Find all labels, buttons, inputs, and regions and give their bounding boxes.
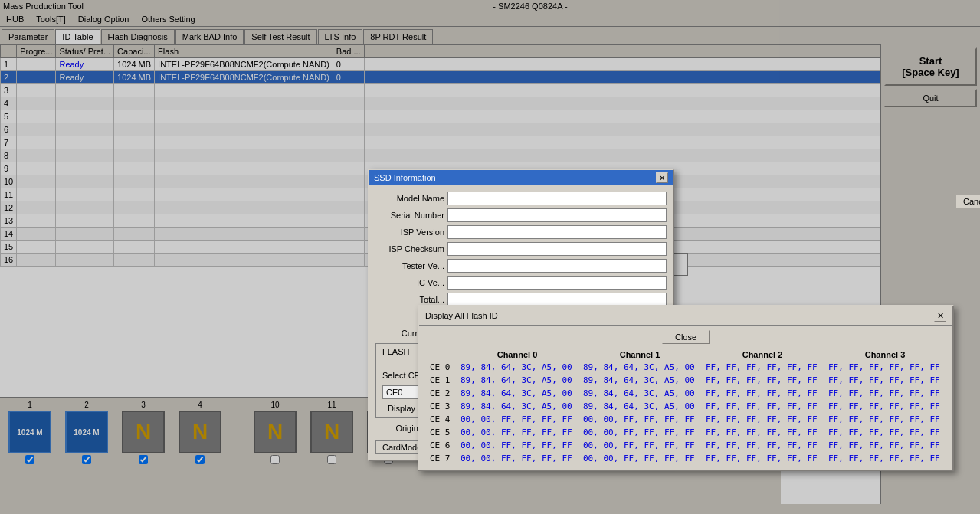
flash-all-title-text: Display All Flash ID [425, 311, 498, 320]
flash-all-ch2-ce5: FF, FF, FF, FF, FF, FF [701, 426, 824, 439]
flash-all-ch1-ce7: 00, 00, FF, FF, FF, FF [578, 452, 701, 465]
flash-all-row: CE 2 89, 84, 64, 3C, A5, 00 89, 84, 64, … [425, 387, 946, 400]
display-all-flash-dialog: Display All Flash ID ✕ Close Channel 0 C… [418, 305, 954, 471]
isp-version-label: ISP Version [375, 228, 444, 237]
flash-all-ch0-ce7: 00, 00, FF, FF, FF, FF [456, 452, 578, 465]
flash-all-ch1-ce3: 89, 84, 64, 3C, A5, 00 [578, 400, 701, 413]
flash-all-row: CE 4 00, 00, FF, FF, FF, FF 00, 00, FF, … [425, 413, 946, 426]
flash-all-ch2-ce1: FF, FF, FF, FF, FF, FF [701, 374, 824, 387]
ssd-dialog-title-bar: SSD Information ✕ [369, 170, 673, 185]
ic-ver-input[interactable] [447, 276, 667, 290]
flash-all-ch0-ce4: 00, 00, FF, FF, FF, FF [456, 413, 578, 426]
ssd-dialog-title-text: SSD Information [374, 173, 436, 182]
flash-all-ch2-ce2: FF, FF, FF, FF, FF, FF [701, 387, 824, 400]
flash-all-ch0-ce6: 00, 00, FF, FF, FF, FF [456, 439, 578, 452]
flash-all-col-ch1: Channel 1 [578, 349, 701, 361]
flash-all-ch1-ce6: 00, 00, FF, FF, FF, FF [578, 439, 701, 452]
flash-all-row: CE 7 00, 00, FF, FF, FF, FF 00, 00, FF, … [425, 452, 946, 465]
form-row-isp-checksum: ISP Checksum [375, 242, 667, 256]
total-label: Total... [375, 295, 444, 304]
flash-all-ch1-ce2: 89, 84, 64, 3C, A5, 00 [578, 387, 701, 400]
flash-all-ch2-ce7: FF, FF, FF, FF, FF, FF [701, 452, 824, 465]
close-btn-container: Close [425, 330, 946, 344]
flash-all-ce-1: CE 1 [425, 374, 456, 387]
flash-all-row: CE 3 89, 84, 64, 3C, A5, 00 89, 84, 64, … [425, 400, 946, 413]
flash-all-ch0-ce2: 89, 84, 64, 3C, A5, 00 [456, 387, 578, 400]
flash-all-ch3-ce7: FF, FF, FF, FF, FF, FF [824, 452, 946, 465]
flash-all-row: CE 6 00, 00, FF, FF, FF, FF 00, 00, FF, … [425, 439, 946, 452]
model-name-input[interactable] [447, 192, 667, 205]
flash-all-ch3-ce4: FF, FF, FF, FF, FF, FF [824, 413, 946, 426]
close-button[interactable]: Close [662, 330, 710, 344]
isp-checksum-input[interactable] [447, 242, 667, 256]
flash-all-ch3-ce0: FF, FF, FF, FF, FF, FF [824, 361, 946, 374]
serial-number-label: Serial Number [375, 211, 444, 220]
flash-all-ch3-ce1: FF, FF, FF, FF, FF, FF [824, 374, 946, 387]
flash-all-ce-2: CE 2 [425, 387, 456, 400]
tester-ver-label: Tester Ve... [375, 261, 444, 270]
form-row-serial-number: Serial Number [375, 208, 667, 222]
flash-all-ce-5: CE 5 [425, 426, 456, 439]
form-row-model-name: Model Name [375, 192, 667, 205]
flash-all-ch2-ce3: FF, FF, FF, FF, FF, FF [701, 400, 824, 413]
flash-all-col-ce [425, 349, 456, 361]
flash-all-ch1-ce1: 89, 84, 64, 3C, A5, 00 [578, 374, 701, 387]
flash-all-ch3-ce2: FF, FF, FF, FF, FF, FF [824, 387, 946, 400]
isp-version-input[interactable] [447, 225, 667, 239]
form-row-ic-ver: IC Ve... [375, 276, 667, 290]
flash-all-ce-0: CE 0 [425, 361, 456, 374]
flash-all-table: Channel 0 Channel 1 Channel 2 Channel 3 … [425, 349, 946, 465]
isp-checksum-label: ISP Checksum [375, 244, 444, 254]
flash-all-ch0-ce5: 00, 00, FF, FF, FF, FF [456, 426, 578, 439]
flash-all-ch3-ce5: FF, FF, FF, FF, FF, FF [824, 426, 946, 439]
flash-all-ce-7: CE 7 [425, 452, 456, 465]
flash-all-col-ch3: Channel 3 [824, 349, 946, 361]
flash-all-ch3-ce6: FF, FF, FF, FF, FF, FF [824, 439, 946, 452]
flash-all-close-button[interactable]: ✕ [934, 309, 946, 322]
flash-all-ch2-ce4: FF, FF, FF, FF, FF, FF [701, 413, 824, 426]
model-name-label: Model Name [375, 194, 444, 203]
flash-all-ch1-ce0: 89, 84, 64, 3C, A5, 00 [578, 361, 701, 374]
flash-all-ch1-ce5: 00, 00, FF, FF, FF, FF [578, 426, 701, 439]
form-row-tester-ver: Tester Ve... [375, 259, 667, 273]
flash-all-ce-3: CE 3 [425, 400, 456, 413]
flash-all-col-ch0: Channel 0 [456, 349, 578, 361]
flash-all-ch0-ce3: 89, 84, 64, 3C, A5, 00 [456, 400, 578, 413]
flash-all-row: CE 1 89, 84, 64, 3C, A5, 00 89, 84, 64, … [425, 374, 946, 387]
flash-all-ch1-ce4: 00, 00, FF, FF, FF, FF [578, 413, 701, 426]
flash-all-ch2-ce0: FF, FF, FF, FF, FF, FF [701, 361, 824, 374]
flash-all-ce-6: CE 6 [425, 439, 456, 452]
flash-all-title-bar: Display All Flash ID ✕ [419, 306, 952, 326]
flash-group-title: FLASH [379, 347, 412, 356]
flash-all-ch0-ce0: 89, 84, 64, 3C, A5, 00 [456, 361, 578, 374]
ssd-dialog-close-button[interactable]: ✕ [656, 172, 668, 183]
ic-ver-label: IC Ve... [375, 278, 444, 287]
flash-all-col-ch2: Channel 2 [701, 349, 824, 361]
flash-all-ch0-ce1: 89, 84, 64, 3C, A5, 00 [456, 374, 578, 387]
form-row-isp-version: ISP Version [375, 225, 667, 239]
flash-all-ch3-ce3: FF, FF, FF, FF, FF, FF [824, 400, 946, 413]
serial-number-input[interactable] [447, 208, 667, 222]
flash-all-ce-4: CE 4 [425, 413, 456, 426]
tester-ver-input[interactable] [447, 259, 667, 273]
flash-all-body: Close Channel 0 Channel 1 Channel 2 Chan… [419, 326, 952, 470]
flash-all-row: CE 5 00, 00, FF, FF, FF, FF 00, 00, FF, … [425, 426, 946, 439]
flash-all-ch2-ce6: FF, FF, FF, FF, FF, FF [701, 439, 824, 452]
cancel-button[interactable]: Cancel [956, 195, 980, 208]
flash-all-row: CE 0 89, 84, 64, 3C, A5, 00 89, 84, 64, … [425, 361, 946, 374]
